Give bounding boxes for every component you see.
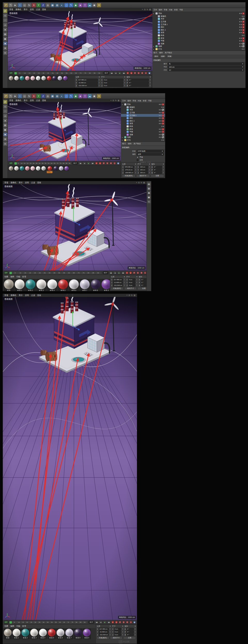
coordinate-mode-button[interactable]: 对象(相对) (97, 637, 109, 639)
record-keyframe-button[interactable]: ● (126, 271, 128, 274)
coordinate-value-field[interactable]: 0 cm (114, 628, 121, 630)
snap-icon[interactable]: ◆ (3, 133, 7, 136)
visibility-dot-top[interactable] (242, 35, 243, 36)
coordinate-value-field[interactable]: 0 cm (114, 633, 121, 636)
model-mode-icon[interactable]: ◇ (3, 105, 7, 109)
rotate-tool-icon[interactable]: ↻ (27, 94, 31, 98)
object-tree-row[interactable]: 摄像机 (121, 106, 165, 109)
redo-icon[interactable]: ↷ (9, 3, 13, 7)
viewport-3d[interactable]: 查看摄像机显示选项过滤面板+⊡↻▥透视视图网格间距 : 1000 cm (8, 99, 121, 161)
coordinate-value-field[interactable]: -21.606 cm (113, 281, 123, 284)
layers-panel-icon[interactable]: ▥ (147, 187, 151, 190)
object-tree-row[interactable]: 克隆▚ (152, 42, 245, 45)
visibility-dot-bottom[interactable] (160, 123, 161, 124)
coordinate-mode-button[interactable]: 对象(相对) (75, 87, 100, 88)
object-tree-row[interactable]: 平面✕ (152, 40, 245, 42)
tree-caret-icon[interactable]: ▾ (122, 139, 123, 141)
coordinate-mode-button[interactable]: 绝对尺寸 (101, 87, 125, 88)
material-swatch[interactable] (19, 166, 24, 171)
lock-panel-icon[interactable]: ◇ (147, 200, 151, 203)
material-swatch[interactable] (30, 76, 35, 81)
coordinate-value-field[interactable]: 0 cm (114, 631, 121, 633)
object-manager-menu-item[interactable]: 对象 (138, 99, 141, 102)
viewport-menu-item[interactable]: 面板 (42, 99, 46, 102)
stepper-icon[interactable]: ▲▼ (162, 169, 164, 171)
viewport-menu-item[interactable]: 显示 (19, 181, 23, 184)
material-swatch[interactable]: 材质.7 (80, 279, 90, 291)
points-mode-icon[interactable]: ∴ (3, 18, 7, 22)
material-menu-item[interactable]: 创建 (4, 625, 8, 627)
tree-caret-icon[interactable]: ▾ (122, 136, 123, 138)
end-frame-field[interactable]: 90 F (103, 271, 108, 274)
record-rotation-button[interactable]: R (141, 72, 144, 74)
material-menu-item[interactable]: 创建 (4, 275, 8, 278)
select-tool-icon[interactable]: ► (13, 94, 17, 98)
material-tag-icon[interactable]: ▚ (242, 43, 244, 45)
redo-icon[interactable]: ↷ (9, 94, 13, 98)
visibility-dot-bottom[interactable] (241, 43, 242, 44)
coordinate-value-field[interactable]: 0 ° (128, 81, 149, 84)
material-tag-icon[interactable]: ▚ (162, 136, 164, 138)
object-tree-row[interactable]: 管道✕ (121, 122, 165, 125)
material-swatch[interactable] (30, 166, 35, 171)
stepper-icon[interactable]: ▲▼ (109, 634, 111, 636)
coordinate-value-field[interactable]: -21.606 cm (99, 631, 109, 633)
coordinate-mode-button[interactable]: 应用 (123, 637, 136, 639)
material-swatch[interactable]: 材质 (4, 279, 14, 291)
coordinate-value-field[interactable]: 0 cm (103, 84, 123, 87)
material-swatch[interactable]: 材质.9 (83, 628, 91, 639)
grid-panel-icon[interactable]: ▦ (147, 195, 151, 199)
autokey-button[interactable]: ◎ (115, 621, 118, 624)
viewport-menu-item[interactable]: 摄像机 (11, 294, 17, 297)
object-manager-menu-item[interactable]: 文件 (153, 9, 157, 11)
visibility-dot-bottom[interactable] (243, 16, 244, 17)
material-tag-icon[interactable]: ▚ (162, 134, 164, 136)
coordinate-value-field[interactable]: 0 cm (103, 79, 123, 81)
visibility-dot-top[interactable] (239, 13, 240, 14)
object-tree-row[interactable]: ▾灯光 (152, 48, 245, 51)
viewport-menu-item[interactable]: 摄像机 (16, 99, 21, 102)
camera-tool-icon[interactable]: ◉ (92, 94, 96, 98)
tree-caret-icon[interactable]: ▾ (153, 48, 155, 50)
record-param-button[interactable]: ◇ (144, 72, 147, 74)
coordinate-value-field[interactable]: -21.606 cm (78, 81, 98, 84)
zoom-view-icon[interactable]: ⊡ (138, 182, 140, 184)
material-swatch[interactable] (36, 166, 41, 171)
stepper-icon[interactable]: ▲▼ (162, 172, 164, 174)
visibility-dot-top[interactable] (159, 137, 160, 138)
viewport-menu-item[interactable]: 面板 (37, 294, 41, 297)
goto-start-button[interactable]: ◀◀ (79, 162, 82, 165)
record-rotation-button[interactable]: R (110, 162, 112, 165)
checkbox[interactable] (137, 159, 138, 161)
visibility-dot-top[interactable] (159, 118, 160, 119)
visibility-dot-bottom[interactable] (243, 49, 244, 50)
goto-end-button[interactable]: ▶▶ (121, 271, 125, 274)
light-tool-icon[interactable]: ☀ (97, 94, 101, 98)
coordinate-value-field[interactable]: 0 cm (103, 81, 123, 84)
object-tree-row[interactable]: 天空▚ (121, 109, 165, 111)
material-swatch[interactable]: 材质.7 (65, 628, 73, 639)
material-swatch[interactable] (14, 76, 19, 81)
material-swatch[interactable] (25, 76, 30, 81)
visibility-dot-top[interactable] (239, 29, 240, 30)
visibility-dot-bottom[interactable] (241, 24, 242, 25)
object-manager-menu-item[interactable]: 编辑 (127, 99, 131, 102)
record-param-button[interactable]: ◇ (129, 621, 132, 624)
pan-view-icon[interactable]: + (142, 9, 143, 11)
object-manager-menu-item[interactable]: 编辑 (159, 9, 162, 11)
object-tree-row[interactable]: 挤压✕ (152, 37, 245, 40)
visibility-dot-top[interactable] (159, 104, 160, 105)
attribute-tab[interactable]: 模式 (153, 51, 157, 54)
material-swatch[interactable] (52, 76, 57, 81)
stepper-icon[interactable]: ▲▼ (149, 169, 150, 171)
attribute-select-field[interactable]: 全部▾ (137, 153, 164, 156)
timeline-playhead[interactable] (14, 162, 17, 165)
coordinate-value-field[interactable]: 0 ° (126, 631, 134, 633)
attribute-tab[interactable]: 编辑 (128, 142, 131, 145)
autokey-button[interactable]: ◎ (130, 72, 133, 74)
generator-icon[interactable]: ◆ (74, 3, 78, 7)
stepper-icon[interactable]: ▲▼ (109, 628, 111, 630)
viewport-menu-item[interactable]: 面板 (42, 8, 46, 11)
record-rotation-button[interactable]: R (126, 621, 129, 624)
material-swatch[interactable] (59, 166, 64, 171)
